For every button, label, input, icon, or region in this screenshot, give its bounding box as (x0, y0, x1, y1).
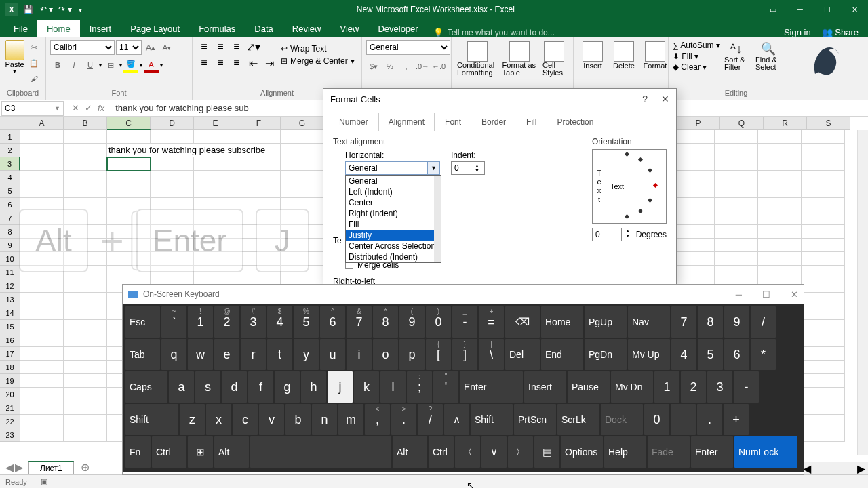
cell[interactable] (107, 130, 151, 144)
row-header[interactable]: 18 (0, 361, 20, 374)
sort-filter-button[interactable]: ᴬ↓Sort & Filter (722, 40, 751, 73)
key-help[interactable]: Help (604, 436, 646, 468)
key-lbracket[interactable]: {[ (426, 339, 451, 370)
cell[interactable] (802, 401, 845, 415)
keypad-minus[interactable]: - (734, 371, 759, 403)
cell[interactable] (802, 361, 845, 374)
key-space[interactable] (250, 436, 391, 468)
cell[interactable] (194, 144, 237, 157)
key-x[interactable]: x (206, 404, 231, 435)
new-sheet-button[interactable]: ⊕ (74, 461, 96, 474)
key-mvup[interactable]: Mv Up (628, 339, 670, 370)
cell[interactable] (64, 428, 107, 442)
cell[interactable] (802, 184, 845, 198)
cell[interactable] (64, 388, 107, 401)
key-esc[interactable]: Esc (125, 306, 160, 338)
cell[interactable] (20, 415, 64, 428)
col-header[interactable]: S (807, 117, 850, 130)
cell[interactable] (802, 130, 845, 144)
cell[interactable] (194, 130, 237, 144)
share-button[interactable]: 👥 Share (822, 27, 859, 37)
align-left-icon[interactable]: ≡ (197, 56, 212, 70)
cell[interactable] (20, 347, 64, 361)
key-r[interactable]: r (241, 339, 266, 370)
key-ctrl-right[interactable]: Ctrl (429, 436, 454, 468)
find-select-button[interactable]: 🔍Find & Select (753, 40, 784, 73)
ribbon-options-icon[interactable]: ▭ (760, 0, 787, 19)
keypad-multiply[interactable]: * (751, 339, 776, 370)
row-header[interactable]: 7 (0, 211, 20, 225)
tab-nav-prev[interactable]: ◀ (5, 461, 14, 474)
cell[interactable] (151, 171, 194, 184)
cell[interactable] (107, 144, 151, 157)
cell[interactable] (237, 157, 281, 171)
cell[interactable] (20, 401, 64, 415)
key-backspace[interactable]: ⌫ (505, 306, 540, 338)
cell[interactable] (20, 157, 64, 171)
cell[interactable] (758, 266, 802, 279)
key-menu[interactable]: ▤ (534, 436, 559, 468)
cell[interactable] (20, 184, 64, 198)
key-backslash[interactable]: |\ (479, 339, 504, 370)
cell[interactable] (151, 157, 194, 171)
align-middle-icon[interactable]: ≡ (213, 40, 228, 54)
key-shift-right[interactable]: Shift (471, 404, 513, 435)
key-k[interactable]: k (354, 371, 379, 403)
row-header[interactable]: 4 (0, 171, 20, 184)
cell[interactable] (802, 157, 845, 171)
key-up-arrow[interactable]: ∧ (444, 404, 469, 435)
cell[interactable] (671, 130, 715, 144)
key-6[interactable]: ^6 (320, 306, 345, 338)
cell[interactable] (64, 306, 107, 320)
underline-button[interactable]: U (83, 58, 98, 73)
cell[interactable] (715, 198, 758, 211)
cell[interactable] (758, 157, 802, 171)
clear-button[interactable]: ◆ Clear ▾ (673, 62, 720, 72)
cell[interactable] (758, 130, 802, 144)
col-header[interactable]: P (677, 117, 720, 130)
key-y[interactable]: y (294, 339, 319, 370)
dialog-help-button[interactable]: ? (642, 94, 648, 104)
row-header[interactable]: 12 (0, 279, 20, 293)
key-pause[interactable]: Pause (568, 371, 610, 403)
cell[interactable] (715, 266, 758, 279)
cell[interactable] (20, 374, 64, 388)
key-pgdn[interactable]: PgDn (585, 339, 627, 370)
sign-in-link[interactable]: Sign in (784, 27, 811, 37)
combo-option[interactable]: Distributed (Indent) (346, 251, 441, 262)
dialog-close-button[interactable]: ✕ (661, 94, 669, 104)
tab-formulas[interactable]: Formulas (189, 20, 245, 37)
row-header[interactable]: 14 (0, 306, 20, 320)
decrease-font-icon[interactable]: A▾ (159, 40, 174, 55)
col-header[interactable]: C (107, 117, 151, 130)
align-right-icon[interactable]: ≡ (229, 56, 244, 70)
key-s[interactable]: s (195, 371, 220, 403)
row-header[interactable]: 5 (0, 184, 20, 198)
vertical-scrollbar[interactable] (857, 130, 868, 455)
row-header[interactable]: 15 (0, 320, 20, 333)
row-header[interactable]: 13 (0, 293, 20, 306)
font-size-select[interactable]: 11 (116, 40, 142, 55)
dlg-tab-protection[interactable]: Protection (547, 113, 604, 131)
key-ctrl-left[interactable]: Ctrl (152, 436, 186, 468)
key-h[interactable]: h (301, 371, 326, 403)
key-p[interactable]: p (399, 339, 425, 370)
keypad-9[interactable]: 9 (724, 306, 749, 338)
key-dock[interactable]: Dock (601, 404, 643, 435)
col-header[interactable]: F (237, 117, 281, 130)
cell[interactable] (802, 171, 845, 184)
cell[interactable] (671, 157, 715, 171)
bold-button[interactable]: B (50, 58, 65, 73)
copy-icon[interactable]: 📋 (26, 56, 41, 70)
cell[interactable] (20, 171, 64, 184)
cell[interactable] (802, 374, 845, 388)
keypad-7[interactable]: 7 (671, 306, 696, 338)
cell[interactable] (20, 388, 64, 401)
cell[interactable] (20, 428, 64, 442)
key-2[interactable]: @2 (214, 306, 239, 338)
key-t[interactable]: t (267, 339, 292, 370)
row-header[interactable]: 16 (0, 333, 20, 347)
undo-icon[interactable]: ↶ ▾ (39, 5, 54, 14)
select-all-corner[interactable] (0, 117, 20, 130)
key-home[interactable]: Home (541, 306, 583, 338)
